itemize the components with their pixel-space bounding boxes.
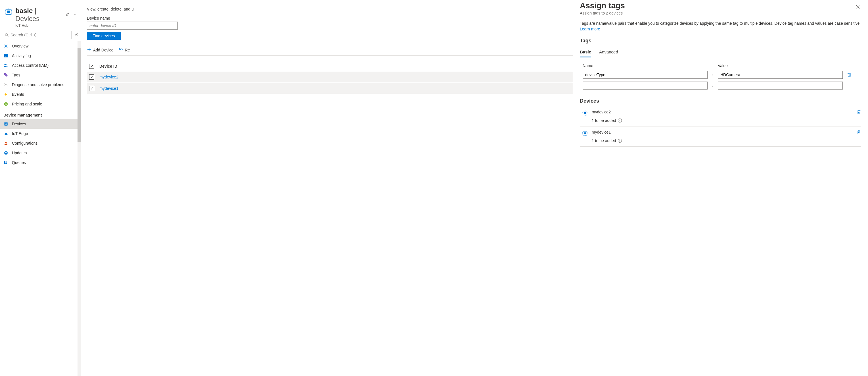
remove-device-button[interactable] (857, 110, 861, 114)
nav-item-diagnose[interactable]: Diagnose and solve problems (0, 80, 81, 89)
row-checkbox[interactable] (89, 75, 94, 80)
queries-icon (3, 160, 8, 165)
device-entry-name: mydevice2 (592, 110, 611, 114)
device-id-link[interactable]: mydevice1 (99, 86, 118, 91)
select-all-checkbox[interactable] (89, 64, 94, 69)
remove-device-button[interactable] (857, 130, 861, 135)
close-icon (856, 4, 860, 9)
nav-item-updates[interactable]: Updates (0, 148, 81, 158)
tab-advanced[interactable]: Advanced (599, 48, 618, 57)
add-device-button[interactable]: Add Device (87, 47, 114, 53)
nav-item-configurations[interactable]: Configurations (0, 138, 81, 148)
tag-value-input[interactable] (718, 71, 843, 79)
svg-rect-43 (4, 144, 7, 145)
svg-point-27 (6, 64, 7, 65)
updates-icon (3, 150, 8, 155)
trash-icon (857, 110, 861, 114)
nav-item-iot-edge[interactable]: IoT Edge (0, 129, 81, 138)
svg-point-26 (4, 64, 6, 65)
left-nav: basic | Devices ⋯ IoT Hub ▴ (0, 0, 81, 376)
nav-search-input[interactable] (10, 33, 70, 37)
nav-item-tags[interactable]: Tags (0, 70, 81, 80)
nav-item-label: Pricing and scale (12, 102, 42, 106)
nav-item-activity-log[interactable]: Activity log (0, 51, 81, 61)
trash-icon (857, 130, 861, 135)
svg-rect-24 (5, 56, 7, 56)
nav-item-label: Queries (12, 160, 26, 165)
delete-tag-button[interactable] (845, 73, 854, 77)
plus-icon (87, 47, 91, 53)
device-entry-name: mydevice1 (592, 130, 611, 135)
nav-item-label: Devices (12, 122, 26, 126)
row-checkbox[interactable] (89, 86, 94, 91)
refresh-icon (119, 47, 123, 53)
tags-heading: Tags (580, 38, 861, 44)
find-devices-button[interactable]: Find devices (87, 32, 121, 40)
nav-item-devices[interactable]: Devices (0, 119, 81, 129)
search-icon (5, 33, 9, 37)
iot-hub-icon (4, 8, 12, 16)
svg-rect-25 (5, 57, 6, 57)
nav-search[interactable] (3, 31, 72, 39)
svg-line-30 (4, 84, 5, 84)
pin-icon[interactable] (65, 12, 69, 18)
nav-item-label: Updates (12, 151, 27, 155)
nav-item-events[interactable]: Events (0, 89, 81, 99)
device-entry-status: 1 to be added i (592, 118, 622, 123)
nav-item-pricing[interactable]: $ Pricing and scale (0, 99, 81, 109)
nav-item-queries[interactable]: Queries (0, 158, 81, 167)
svg-point-14 (5, 33, 8, 36)
tag-colon: : (710, 73, 715, 77)
device-id-link[interactable]: mydevice2 (99, 75, 118, 79)
tab-basic[interactable]: Basic (580, 48, 591, 57)
pricing-icon: $ (3, 102, 8, 107)
nav-scroll: ▴ Overview Activity log Access control (… (0, 41, 81, 376)
nav-item-label: Overview (12, 44, 28, 48)
overview-icon (3, 44, 8, 49)
info-icon[interactable]: i (618, 118, 622, 122)
tag-row: : (580, 82, 861, 92)
panel-title: Assign tags (580, 1, 625, 10)
panel-description: Tags are name/value pairs that enable yo… (580, 21, 861, 32)
device-entry: mydevice1 1 to be added i (580, 126, 861, 147)
nav-item-label: Access control (IAM) (12, 63, 49, 68)
column-header-name: Name (583, 63, 708, 68)
panel-subtitle: Assign tags to 2 devices (580, 11, 625, 16)
iot-edge-icon (3, 131, 8, 136)
scrollbar-thumb[interactable] (78, 48, 81, 142)
nav-item-overview[interactable]: Overview (0, 41, 81, 51)
nav-item-access-control[interactable]: Access control (IAM) (0, 61, 81, 70)
close-button[interactable] (855, 3, 861, 12)
tag-name-input[interactable] (583, 82, 708, 89)
tabs: Basic Advanced (580, 48, 861, 58)
devices-icon (3, 121, 8, 126)
events-icon (3, 92, 8, 97)
devices-list: mydevice2 1 to be added i mydevice1 (580, 106, 861, 147)
tag-row: : (580, 71, 861, 82)
chip-icon (582, 110, 588, 117)
nav-section-device-management: Device management (0, 109, 81, 119)
svg-rect-82 (584, 133, 586, 134)
toolbar-label: Add Device (93, 48, 114, 52)
device-name-input[interactable] (87, 22, 178, 30)
svg-rect-48 (5, 163, 6, 164)
svg-rect-95 (858, 131, 860, 134)
activity-log-icon (3, 53, 8, 58)
more-icon[interactable]: ⋯ (72, 12, 76, 17)
column-header-device-id: Device ID (99, 64, 117, 68)
column-header-value: Value (718, 63, 843, 68)
tag-name-input[interactable] (583, 71, 708, 79)
nav-item-label: Activity log (12, 53, 31, 58)
nav-header: basic | Devices ⋯ (0, 0, 81, 24)
refresh-button[interactable]: Re (119, 47, 130, 53)
configurations-icon (3, 141, 8, 146)
nav-item-label: IoT Edge (12, 131, 28, 136)
learn-more-link[interactable]: Learn more (580, 27, 600, 31)
nav-item-label: Events (12, 92, 24, 97)
tag-grid: Name Value : : (580, 62, 861, 92)
info-icon[interactable]: i (618, 139, 622, 143)
collapse-nav-icon[interactable] (74, 33, 78, 37)
trash-icon (847, 73, 851, 77)
svg-rect-74 (858, 111, 860, 114)
tag-value-input[interactable] (718, 82, 843, 89)
